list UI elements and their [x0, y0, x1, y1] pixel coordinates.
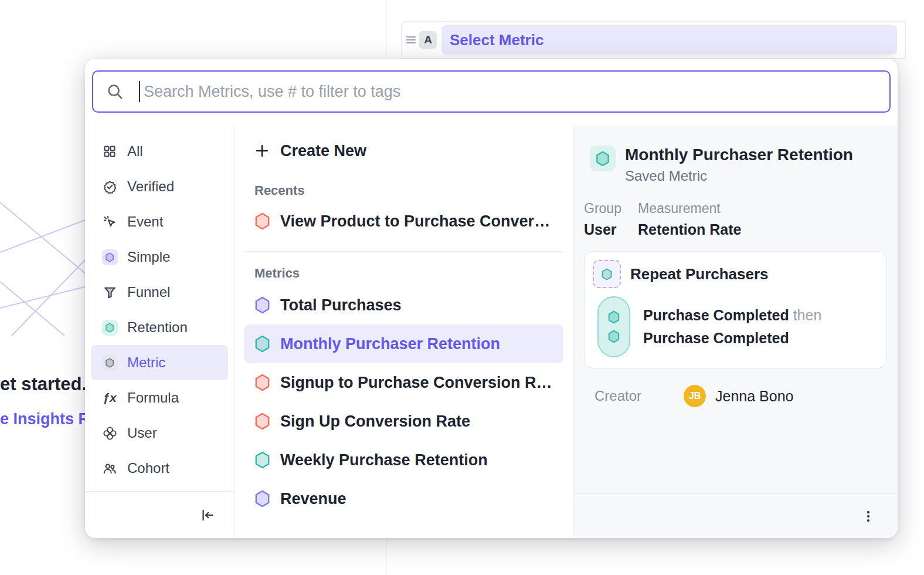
sidebar-item-label: Cohort [127, 460, 169, 476]
recent-metric-item[interactable]: View Product to Purchase Conversi... [244, 203, 563, 239]
metric-label: Weekly Purchase Retention [280, 451, 488, 469]
metric-list-item[interactable]: Revenue [244, 479, 563, 518]
metric-list-item[interactable]: Total Purchases [244, 286, 563, 324]
sidebar-item-label: Formula [127, 390, 179, 406]
step-hexagon-icon [607, 310, 620, 324]
group-label: Group [584, 201, 623, 217]
sidebar-item-label: Event [127, 214, 163, 230]
creator-row: Creator JB Jenna Bono [584, 385, 887, 407]
metric-hexagon-icon [101, 354, 118, 371]
hexagon-metric-icon [253, 374, 271, 391]
detail-meta: Group User Measurement Retention Rate [584, 201, 887, 238]
step-hexagon-icon [607, 330, 620, 343]
sidebar-item-formula[interactable]: ƒx Formula [91, 380, 228, 415]
creator-label: Creator [595, 388, 684, 404]
detail-subtitle: Saved Metric [625, 168, 853, 184]
retention-hexagon-icon [101, 319, 118, 336]
hexagon-metric-icon [253, 296, 271, 314]
collapse-sidebar-icon[interactable] [196, 505, 218, 526]
create-new-label: Create New [280, 142, 366, 160]
creator-name: Jenna Bono [715, 388, 793, 405]
sidebar-item-funnel[interactable]: Funnel [91, 275, 228, 310]
metric-label: Total Purchases [280, 296, 402, 314]
metric-list-item[interactable]: Sign Up Conversion Rate [244, 402, 563, 441]
step-connector: then [793, 307, 822, 323]
sidebar-item-user[interactable]: User [91, 415, 228, 451]
sidebar-footer [85, 491, 234, 538]
metric-label: Monthly Purchaser Retention [280, 335, 500, 353]
recents-section-header: Recents [235, 183, 573, 198]
cohort-people-icon [101, 460, 118, 476]
cursor-click-icon [101, 214, 118, 230]
simple-hexagon-icon [101, 249, 118, 265]
formula-fx-icon: ƒx [101, 390, 118, 406]
metric-definition-card: Repeat Purchasers Purchase Completed the… [584, 251, 887, 368]
hexagon-metric-icon [253, 451, 271, 469]
sidebar-item-verified[interactable]: Verified [91, 169, 228, 204]
metric-list-item[interactable]: Signup to Purchase Conversion Rate [244, 363, 563, 402]
grid-icon [101, 143, 118, 160]
sidebar-item-metric[interactable]: Metric [91, 345, 228, 380]
sidebar-item-all[interactable]: All [91, 134, 228, 169]
metric-detail-panel: Monthly Purchaser Retention Saved Metric… [573, 126, 898, 538]
hexagon-metric-icon [253, 490, 271, 508]
sidebar-item-label: User [127, 425, 157, 441]
metrics-section-header: Metrics [235, 266, 573, 281]
metric-list-item-selected[interactable]: Monthly Purchaser Retention [244, 324, 563, 363]
recent-metric-label: View Product to Purchase Conversi... [280, 212, 554, 231]
metric-list-item[interactable]: Weekly Purchase Retention [244, 441, 563, 479]
step-two: Purchase Completed [643, 330, 821, 347]
sidebar-item-label: Metric [127, 354, 165, 371]
sidebar-item-cohort[interactable]: Cohort [91, 451, 228, 486]
sidebar-item-label: Simple [127, 249, 170, 265]
series-a-badge[interactable]: A [419, 31, 437, 49]
metric-label: Sign Up Conversion Rate [280, 412, 470, 431]
hexagon-metric-icon [253, 212, 271, 230]
measurement-value: Retention Rate [638, 221, 741, 238]
metric-label: Revenue [280, 490, 346, 508]
detail-title: Monthly Purchaser Retention [625, 146, 853, 164]
group-value: User [584, 221, 623, 238]
background-headline-fragment: et started. [0, 374, 87, 395]
funnel-icon [101, 284, 118, 300]
user-flower-icon [101, 425, 118, 441]
search-input[interactable] [140, 83, 889, 101]
more-options-icon[interactable] [858, 506, 879, 527]
filter-sidebar: All Verified Event [85, 126, 235, 538]
drag-handle-icon[interactable] [406, 36, 416, 43]
detail-footer [573, 493, 898, 538]
search-icon [106, 83, 124, 100]
create-new-button[interactable]: Create New [244, 133, 563, 169]
sidebar-item-label: Retention [127, 319, 188, 336]
hexagon-metric-icon [253, 335, 271, 353]
metric-list-panel: Create New Recents View Product to Purch… [235, 126, 573, 538]
select-metric-button[interactable]: Select Metric [441, 25, 897, 55]
sidebar-item-label: All [127, 143, 143, 160]
sidebar-item-simple[interactable]: Simple [91, 239, 228, 275]
metric-label: Signup to Purchase Conversion Rate [280, 374, 554, 392]
behavior-title: Repeat Purchasers [630, 265, 769, 283]
search-bar[interactable] [92, 70, 891, 113]
list-divider [245, 251, 562, 252]
metric-picker-modal: All Verified Event [85, 59, 898, 538]
step-one: Purchase Completed then [643, 307, 821, 324]
avatar: JB [684, 385, 706, 407]
sidebar-item-retention[interactable]: Retention [91, 310, 228, 345]
behavior-hexagon-icon [593, 260, 621, 288]
hexagon-metric-icon [253, 412, 271, 430]
retention-metric-icon [590, 146, 616, 171]
plus-icon [253, 142, 271, 160]
verified-badge-icon [101, 178, 118, 195]
measurement-label: Measurement [638, 201, 741, 217]
decorative-chart-lines [0, 170, 94, 346]
select-metric-label: Select Metric [450, 31, 543, 49]
retention-steps-pill [597, 296, 630, 357]
sidebar-item-event[interactable]: Event [91, 204, 228, 239]
sidebar-item-label: Verified [127, 178, 174, 195]
metric-toolbar: A Select Metric [401, 21, 906, 59]
insights-report-link-fragment[interactable]: e Insights Re [0, 410, 98, 428]
sidebar-item-label: Funnel [127, 284, 170, 300]
